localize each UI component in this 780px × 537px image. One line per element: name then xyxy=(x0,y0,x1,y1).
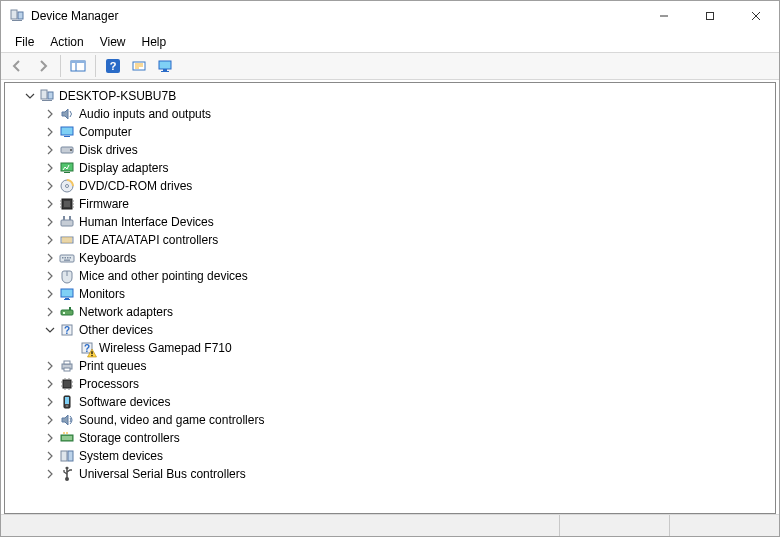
category-sound[interactable]: Sound, video and game controllers xyxy=(9,411,775,429)
chevron-right-icon[interactable] xyxy=(43,107,57,121)
chevron-right-icon[interactable] xyxy=(43,233,57,247)
status-pane-2 xyxy=(559,515,669,536)
software-icon xyxy=(59,394,75,410)
chevron-right-icon[interactable] xyxy=(43,143,57,157)
toolbar xyxy=(1,52,779,80)
category-firmware[interactable]: Firmware xyxy=(9,195,775,213)
computer-root-icon xyxy=(39,88,55,104)
category-storage-label: Storage controllers xyxy=(79,431,180,445)
chevron-right-icon[interactable] xyxy=(43,161,57,175)
category-keyboards[interactable]: Keyboards xyxy=(9,249,775,267)
toolbar-view-button[interactable] xyxy=(153,54,177,78)
titlebar[interactable]: Device Manager xyxy=(1,1,779,31)
category-usb[interactable]: Universal Serial Bus controllers xyxy=(9,465,775,483)
category-firmware-label: Firmware xyxy=(79,197,129,211)
printqueues-icon xyxy=(59,358,75,374)
chevron-right-icon[interactable] xyxy=(43,395,57,409)
chevron-right-icon[interactable] xyxy=(43,251,57,265)
category-storage[interactable]: Storage controllers xyxy=(9,429,775,447)
chevron-right-icon[interactable] xyxy=(43,359,57,373)
tree-root-label: DESKTOP-KSUBU7B xyxy=(59,89,176,103)
category-dvd[interactable]: DVD/CD-ROM drives xyxy=(9,177,775,195)
category-monitors[interactable]: Monitors xyxy=(9,285,775,303)
network-icon xyxy=(59,304,75,320)
category-hid[interactable]: Human Interface Devices xyxy=(9,213,775,231)
category-hid-label: Human Interface Devices xyxy=(79,215,214,229)
tree-root[interactable]: DESKTOP-KSUBU7B xyxy=(9,87,775,105)
toolbar-scan-button[interactable] xyxy=(127,54,151,78)
window-title: Device Manager xyxy=(31,9,118,23)
category-system[interactable]: System devices xyxy=(9,447,775,465)
category-monitors-label: Monitors xyxy=(79,287,125,301)
statusbar xyxy=(1,514,779,536)
warning-overlay-icon xyxy=(87,348,97,358)
chevron-right-icon[interactable] xyxy=(43,449,57,463)
chevron-down-icon[interactable] xyxy=(23,89,37,103)
chevron-down-icon[interactable] xyxy=(43,323,57,337)
chevron-right-icon[interactable] xyxy=(43,431,57,445)
category-display[interactable]: Display adapters xyxy=(9,159,775,177)
chevron-right-icon[interactable] xyxy=(43,377,57,391)
close-button[interactable] xyxy=(733,1,779,31)
hid-icon xyxy=(59,214,75,230)
toolbar-separator xyxy=(95,55,96,77)
category-dvd-label: DVD/CD-ROM drives xyxy=(79,179,192,193)
chevron-right-icon[interactable] xyxy=(43,305,57,319)
dvd-icon xyxy=(59,178,75,194)
category-processors-label: Processors xyxy=(79,377,139,391)
category-network[interactable]: Network adapters xyxy=(9,303,775,321)
category-ide[interactable]: IDE ATA/ATAPI controllers xyxy=(9,231,775,249)
category-computer-label: Computer xyxy=(79,125,132,139)
keyboards-icon xyxy=(59,250,75,266)
chevron-right-icon[interactable] xyxy=(43,467,57,481)
chevron-right-icon[interactable] xyxy=(43,413,57,427)
diskdrives-icon xyxy=(59,142,75,158)
toolbar-show-hide-tree-button[interactable] xyxy=(66,54,90,78)
sound-icon xyxy=(59,412,75,428)
category-sound-label: Sound, video and game controllers xyxy=(79,413,264,427)
gamepad-icon xyxy=(79,340,95,356)
category-printqueues[interactable]: Print queues xyxy=(9,357,775,375)
category-mice[interactable]: Mice and other pointing devices xyxy=(9,267,775,285)
category-other-label: Other devices xyxy=(79,323,153,337)
device-manager-window: Device Manager File Action View Help DES… xyxy=(0,0,780,537)
minimize-button[interactable] xyxy=(641,1,687,31)
device-tree-pane[interactable]: DESKTOP-KSUBU7BAudio inputs and outputsC… xyxy=(4,82,776,514)
firmware-icon xyxy=(59,196,75,212)
ide-icon xyxy=(59,232,75,248)
category-audio-label: Audio inputs and outputs xyxy=(79,107,211,121)
window-controls xyxy=(641,1,779,31)
display-icon xyxy=(59,160,75,176)
toolbar-back-button[interactable] xyxy=(5,54,29,78)
category-printqueues-label: Print queues xyxy=(79,359,146,373)
toolbar-separator xyxy=(60,55,61,77)
maximize-button[interactable] xyxy=(687,1,733,31)
monitors-icon xyxy=(59,286,75,302)
chevron-right-icon[interactable] xyxy=(43,179,57,193)
menu-view[interactable]: View xyxy=(92,33,134,51)
storage-icon xyxy=(59,430,75,446)
toolbar-forward-button[interactable] xyxy=(31,54,55,78)
category-audio[interactable]: Audio inputs and outputs xyxy=(9,105,775,123)
menu-action[interactable]: Action xyxy=(42,33,91,51)
chevron-right-icon[interactable] xyxy=(43,287,57,301)
category-software-label: Software devices xyxy=(79,395,170,409)
chevron-right-icon[interactable] xyxy=(43,197,57,211)
category-diskdrives[interactable]: Disk drives xyxy=(9,141,775,159)
category-keyboards-label: Keyboards xyxy=(79,251,136,265)
category-computer[interactable]: Computer xyxy=(9,123,775,141)
category-software[interactable]: Software devices xyxy=(9,393,775,411)
device-gamepad[interactable]: Wireless Gamepad F710 xyxy=(9,339,775,357)
category-network-label: Network adapters xyxy=(79,305,173,319)
category-processors[interactable]: Processors xyxy=(9,375,775,393)
category-usb-label: Universal Serial Bus controllers xyxy=(79,467,246,481)
chevron-right-icon[interactable] xyxy=(43,215,57,229)
menu-file[interactable]: File xyxy=(7,33,42,51)
menu-help[interactable]: Help xyxy=(134,33,175,51)
chevron-right-icon[interactable] xyxy=(43,269,57,283)
mice-icon xyxy=(59,268,75,284)
category-other[interactable]: Other devices xyxy=(9,321,775,339)
other-icon xyxy=(59,322,75,338)
toolbar-help-button[interactable] xyxy=(101,54,125,78)
chevron-right-icon[interactable] xyxy=(43,125,57,139)
